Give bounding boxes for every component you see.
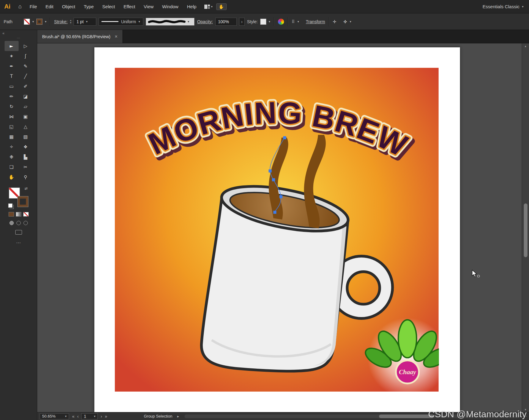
select-similar-icon[interactable]: ✜ <box>343 19 347 24</box>
opacity-options-button[interactable]: › <box>239 18 245 26</box>
menu-view[interactable]: View <box>140 0 158 13</box>
stepper-down-icon[interactable]: ▾ <box>70 22 71 24</box>
workspace-switcher[interactable]: Essentials Classic ▾ <box>483 4 529 9</box>
menu-effect[interactable]: Effect <box>119 0 140 13</box>
zoom-select[interactable]: 50.65% ▾ <box>40 413 69 419</box>
screen-mode-icon[interactable] <box>15 230 22 235</box>
lasso-tool[interactable]: ʃ <box>19 51 33 61</box>
pencil-tool[interactable]: ✏ <box>5 91 19 101</box>
artboard-select[interactable]: 1 ▾ <box>81 413 98 419</box>
hand-tool[interactable]: ✋ <box>5 172 19 182</box>
menu-type[interactable]: Type <box>79 0 98 13</box>
rectangle-tool[interactable]: ▭ <box>5 81 19 91</box>
chevron-down-icon[interactable]: ▾ <box>350 20 351 23</box>
gradient-button[interactable] <box>16 212 21 217</box>
arrange-documents-button[interactable]: ▾ <box>201 5 216 9</box>
chevron-down-icon[interactable]: ▾ <box>65 415 67 418</box>
chevron-down-icon[interactable]: ▾ <box>188 20 189 23</box>
color-button[interactable] <box>9 212 14 217</box>
recolor-artwork-icon[interactable] <box>278 19 284 25</box>
chevron-down-icon[interactable]: ▾ <box>94 415 95 418</box>
swap-fill-stroke-icon[interactable]: ⇄ <box>24 186 27 191</box>
pen-tool[interactable]: ✒ <box>5 61 19 71</box>
stroke-stepper[interactable]: ▴ ▾ <box>70 19 71 24</box>
type-tool[interactable]: T <box>5 71 19 81</box>
anchor-point[interactable] <box>283 136 286 139</box>
anchor-point[interactable] <box>268 170 272 173</box>
grab-hand-icon[interactable]: ✋ <box>216 3 226 10</box>
document-tab[interactable]: Brush.ai* @ 50.65% (RGB/Preview) × <box>37 30 123 43</box>
shape-builder-tool[interactable]: ◱ <box>5 122 19 132</box>
close-icon[interactable]: × <box>115 34 118 39</box>
slice-tool[interactable]: ✂ <box>19 162 33 172</box>
eyedropper-tool[interactable]: ✧ <box>5 142 19 152</box>
rotate-tool[interactable]: ↻ <box>5 101 19 111</box>
previous-artboard-icon[interactable]: ‹ <box>77 414 79 419</box>
leaf[interactable] <box>398 320 417 358</box>
collapse-panel-icon[interactable]: « <box>2 31 5 35</box>
opacity-input[interactable]: 100% <box>215 18 237 26</box>
brush-definition-select[interactable]: ▾ <box>146 18 195 26</box>
menu-help[interactable]: Help <box>183 0 201 13</box>
width-profile-select[interactable]: Uniform ▾ <box>99 18 143 26</box>
mesh-tool[interactable]: ▦ <box>5 132 19 142</box>
anchor-point[interactable] <box>279 195 283 198</box>
free-transform-tool[interactable]: ▣ <box>19 111 33 122</box>
fill-swatch[interactable] <box>24 19 30 25</box>
default-fill-stroke-icon[interactable] <box>8 203 13 208</box>
menu-object[interactable]: Object <box>58 0 79 13</box>
anchor-point[interactable] <box>273 211 276 214</box>
horizontal-scroll-thumb[interactable] <box>379 415 434 418</box>
draw-inside-button[interactable] <box>24 221 28 225</box>
artboard[interactable]: MORNING BREW MORNING BREW MORNING BREW M… <box>94 47 460 412</box>
chevron-down-icon[interactable]: ▾ <box>211 5 213 8</box>
chevron-down-icon[interactable]: ▾ <box>269 20 270 23</box>
direct-selection-tool[interactable]: ▷ <box>19 41 33 51</box>
menu-window[interactable]: Window <box>158 0 183 13</box>
blend-tool[interactable]: ❖ <box>19 142 33 152</box>
transform-label[interactable]: Transform <box>306 19 325 24</box>
curvature-tool[interactable]: ✎ <box>19 61 33 71</box>
gradient-tool[interactable]: ▧ <box>19 132 33 142</box>
scale-tool[interactable]: ▱ <box>19 101 33 111</box>
artboard-tool[interactable]: ❏ <box>5 162 19 172</box>
chevron-down-icon[interactable]: ▾ <box>45 20 46 23</box>
chevron-down-icon[interactable]: ▾ <box>32 20 34 23</box>
chevron-down-icon[interactable]: ▾ <box>297 20 299 23</box>
app-logo-icon[interactable]: Ai <box>0 3 15 10</box>
next-artboard-icon[interactable]: › <box>100 414 102 419</box>
scroll-up-icon[interactable]: ▴ <box>525 44 526 48</box>
align-panel-icon[interactable]: ⠿ <box>292 19 295 24</box>
chevron-down-icon[interactable]: ▾ <box>86 20 88 23</box>
style-swatch[interactable] <box>260 19 266 25</box>
perspective-grid-tool[interactable]: △ <box>19 122 33 132</box>
vertical-scroll-thumb[interactable] <box>524 203 527 257</box>
anchor-point[interactable] <box>272 178 275 181</box>
edit-toolbar-icon[interactable]: … <box>16 239 21 244</box>
magic-wand-tool[interactable]: ✶ <box>5 51 19 61</box>
chevron-down-icon[interactable]: ▾ <box>522 5 524 8</box>
artwork[interactable]: MORNING BREW MORNING BREW MORNING BREW M… <box>115 68 439 392</box>
eraser-tool[interactable]: ◪ <box>19 91 33 101</box>
stroke-color-swatch[interactable] <box>17 196 28 207</box>
symbol-sprayer-tool[interactable]: ❉ <box>5 152 19 162</box>
last-artboard-icon[interactable]: » <box>105 414 107 419</box>
canvas-viewport[interactable]: MORNING BREW MORNING BREW MORNING BREW M… <box>37 43 522 412</box>
none-button[interactable] <box>23 212 29 217</box>
width-tool[interactable]: ⋈ <box>5 111 19 122</box>
menu-select[interactable]: Select <box>98 0 119 13</box>
align-objects-icon[interactable]: ✛ <box>333 19 337 24</box>
column-graph-tool[interactable]: ▙ <box>19 152 33 162</box>
line-segment-tool[interactable]: ╱ <box>19 71 33 81</box>
stroke-label[interactable]: Stroke: <box>54 19 67 24</box>
opacity-label[interactable]: Opacity: <box>197 19 213 24</box>
selection-tool[interactable]: ► <box>5 41 19 51</box>
draw-normal-button[interactable] <box>9 221 14 225</box>
vertical-scrollbar[interactable]: ▴ ▾ <box>522 43 529 412</box>
menu-edit[interactable]: Edit <box>41 0 58 13</box>
draw-behind-button[interactable] <box>16 221 21 225</box>
paintbrush-tool[interactable]: ✐ <box>19 81 33 91</box>
stroke-swatch[interactable] <box>36 19 42 25</box>
panel-grip-icon[interactable]: ⋯ <box>0 37 37 40</box>
menu-file[interactable]: File <box>25 0 41 13</box>
